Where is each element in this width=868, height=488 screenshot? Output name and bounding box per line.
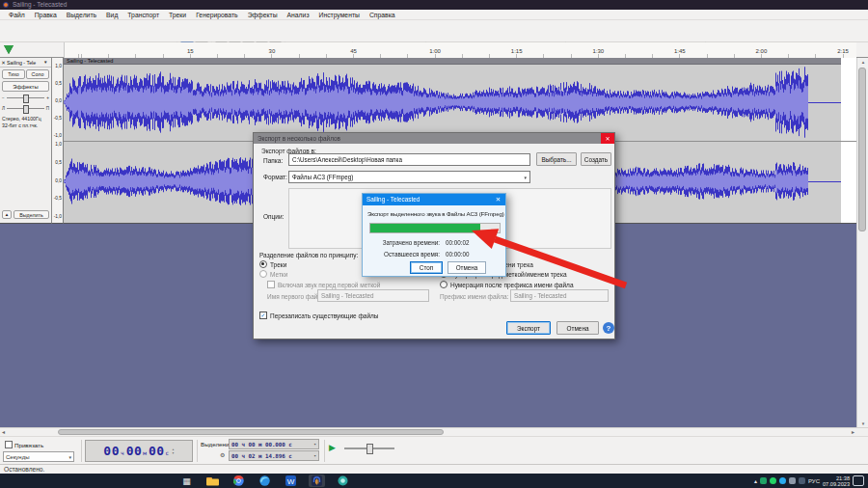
- split-labels-label: Метки: [270, 271, 287, 278]
- split-by-labels-radio[interactable]: Метки: [259, 270, 287, 278]
- amplitude-label: 0,5: [52, 160, 62, 165]
- checkbox-checked-icon[interactable]: ✓: [259, 312, 267, 319]
- export-dialog-title[interactable]: Экспорт в несколько файлов: [254, 133, 614, 144]
- selection-gear-icon[interactable]: ⚙: [220, 451, 225, 458]
- tray-chevron-icon[interactable]: ▴: [754, 477, 757, 484]
- radio-icon[interactable]: [259, 270, 267, 278]
- create-folder-button[interactable]: Создать: [581, 152, 611, 166]
- track-menu-caret-icon[interactable]: ▼: [43, 60, 47, 65]
- playback-speed-slider[interactable]: [344, 447, 394, 449]
- snap-unit-value: Секунды: [6, 454, 30, 460]
- scroll-up-icon[interactable]: ▴: [857, 59, 868, 65]
- cancel-button[interactable]: Отмена: [556, 321, 599, 335]
- gain-minus-label: −: [2, 95, 5, 102]
- notification-center-icon[interactable]: [853, 475, 864, 486]
- language-indicator[interactable]: РУС: [808, 478, 820, 484]
- menu-item[interactable]: Справка: [365, 10, 400, 20]
- selection-start-field[interactable]: 00 ч 00 м 00.000 с ▾: [229, 439, 319, 449]
- main-toolbar: ↻ I ✎ ✳ ↶ ↷: [0, 20, 868, 42]
- options-label: Опции:: [263, 213, 284, 220]
- vertical-scrollbar-thumb[interactable]: [858, 68, 866, 231]
- menu-item[interactable]: Транспорт: [122, 10, 164, 20]
- word-icon[interactable]: W: [283, 474, 299, 487]
- pan-slider[interactable]: Л П: [2, 104, 49, 113]
- time-spinner-icon[interactable]: ▴▾: [172, 447, 174, 455]
- snap-unit-select[interactable]: Секунды ▾: [3, 451, 74, 462]
- export-button[interactable]: Экспорт: [506, 321, 551, 335]
- menu-item[interactable]: Генерировать: [191, 10, 243, 20]
- tray-whatsapp-icon[interactable]: [770, 477, 776, 484]
- menu-item[interactable]: Файл: [4, 10, 30, 20]
- close-icon[interactable]: ✕: [601, 133, 614, 144]
- format-select[interactable]: Файлы AC3 (FFmpeg) ▾: [288, 171, 530, 183]
- menu-item[interactable]: Анализ: [283, 10, 314, 20]
- choose-folder-button[interactable]: Выбрать...: [536, 152, 577, 166]
- horizontal-scrollbar-thumb[interactable]: [58, 429, 444, 435]
- checkbox-icon[interactable]: [267, 281, 275, 288]
- audacity-app-icon: [3, 2, 9, 8]
- menu-item[interactable]: Треки: [164, 10, 191, 20]
- play-at-speed-button[interactable]: ▶: [329, 443, 336, 452]
- track-close-icon[interactable]: ✕: [0, 60, 7, 66]
- audacity-taskbar-icon[interactable]: [309, 474, 325, 487]
- overwrite-checkbox[interactable]: ✓ Перезаписать существующие файлы: [259, 312, 379, 319]
- menu-item[interactable]: Инструменты: [314, 10, 365, 20]
- pinned-playhead-icon[interactable]: [4, 45, 14, 54]
- include-audio-checkbox[interactable]: Включая звук перед первой меткой: [267, 281, 380, 288]
- mute-button[interactable]: Тихо: [2, 69, 25, 79]
- number-after-prefix-radio[interactable]: Нумерация после префикса имени файла: [440, 281, 574, 288]
- snap-label: Привязать: [14, 442, 43, 448]
- menu-item[interactable]: Эффекты: [243, 10, 283, 20]
- track-name[interactable]: Sailing - Tele: [7, 60, 43, 66]
- solo-button[interactable]: Соло: [26, 69, 49, 79]
- paint-app-icon[interactable]: [335, 474, 351, 487]
- first-file-input[interactable]: Sailing - Telecasted: [317, 289, 429, 302]
- select-track-button[interactable]: Выделить: [14, 210, 49, 219]
- edge-browser-icon[interactable]: [257, 474, 273, 487]
- tray-display-icon[interactable]: [799, 477, 805, 484]
- audio-position-display[interactable]: 00ч00м00с ▴▾: [85, 440, 193, 462]
- split-by-tracks-radio[interactable]: Треки: [259, 260, 286, 268]
- speed-slider-thumb[interactable]: [366, 444, 373, 454]
- gain-slider[interactable]: − +: [2, 94, 49, 102]
- cancel-button[interactable]: Отмена: [448, 261, 486, 274]
- ruler-time-label: 1:00: [394, 48, 476, 54]
- snap-checkbox[interactable]: Привязать: [5, 441, 43, 448]
- taskbar-clock[interactable]: 21:38 07.09.2023: [823, 475, 850, 487]
- radio-icon[interactable]: [259, 260, 267, 268]
- ruler-time-label: 1:30: [557, 48, 639, 54]
- radio-icon[interactable]: [440, 281, 448, 288]
- scroll-down-icon[interactable]: ▾: [857, 420, 868, 426]
- selection-end-field[interactable]: 00 ч 02 м 14.896 с ▾: [229, 450, 319, 461]
- tray-telegram-icon[interactable]: [779, 477, 786, 484]
- task-view-icon[interactable]: ▦: [178, 474, 195, 487]
- timeline-ruler[interactable]: 1530451:001:151:301:452:002:15: [64, 42, 856, 58]
- chrome-icon[interactable]: [231, 474, 247, 487]
- effects-button[interactable]: Эффекты: [2, 81, 49, 92]
- help-button[interactable]: ?: [603, 322, 614, 334]
- folder-path-input[interactable]: C:\Users\Алексей\Desktop\Новая папка: [288, 153, 530, 166]
- split-tracks-label: Треки: [270, 261, 286, 268]
- gain-slider-thumb[interactable]: [23, 95, 29, 103]
- time-unit: с: [166, 449, 170, 456]
- tray-excel-icon[interactable]: [760, 477, 767, 484]
- amplitude-label: -1,0: [52, 133, 62, 138]
- format-label: Формат:: [263, 174, 287, 180]
- collapse-track-button[interactable]: ▲: [2, 210, 12, 219]
- remaining-value: 00:00:00: [446, 251, 470, 258]
- file-explorer-icon[interactable]: [204, 474, 221, 487]
- menu-item[interactable]: Выделить: [62, 10, 101, 20]
- menu-item[interactable]: Вид: [101, 10, 122, 20]
- split-files-label: Разделение файлов по принципу:: [259, 252, 358, 258]
- snap-checkbox-box[interactable]: [5, 441, 13, 448]
- pan-right-label: П: [46, 105, 49, 113]
- pan-slider-thumb[interactable]: [23, 105, 29, 114]
- stop-button[interactable]: Стоп: [410, 261, 443, 274]
- menu-item[interactable]: Правка: [30, 10, 62, 20]
- time-digits: 00: [103, 444, 120, 458]
- tray-shield-icon[interactable]: [789, 477, 796, 484]
- prefix-input[interactable]: Sailing - Telecasted: [510, 289, 609, 302]
- close-icon[interactable]: ✕: [491, 194, 505, 205]
- progress-dialog-title[interactable]: Sailing - Telecasted: [363, 194, 505, 205]
- clip-title-bar[interactable]: Sailing - Telecasted: [64, 58, 841, 65]
